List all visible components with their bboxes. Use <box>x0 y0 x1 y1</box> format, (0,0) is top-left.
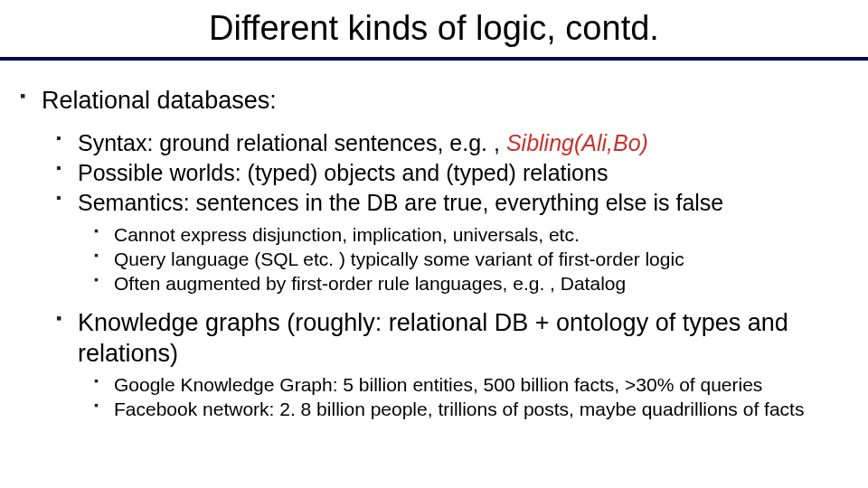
bullet-list-level2: Syntax: ground relational sentences, e.g… <box>42 129 848 296</box>
bullet-list-level3: Cannot express disjunction, implication,… <box>78 223 848 296</box>
list-item: Possible worlds: (typed) objects and (ty… <box>56 159 848 187</box>
item-text: Facebook network: 2. 8 billion people, t… <box>114 399 804 419</box>
list-item: Knowledge graphs (roughly: relational DB… <box>56 308 848 421</box>
item-text: Google Knowledge Graph: 5 billion entiti… <box>114 374 762 395</box>
item-text: Knowledge graphs (roughly: relational DB… <box>78 309 788 367</box>
list-item: Query language (SQL etc. ) typically som… <box>94 248 848 271</box>
bullet-list-level1: Relational databases: Syntax: ground rel… <box>20 86 848 421</box>
bullet-list-level3: Google Knowledge Graph: 5 billion entiti… <box>78 373 848 422</box>
item-text: Often augmented by first-order rule lang… <box>114 273 626 294</box>
item-text: Relational databases: <box>42 87 277 114</box>
list-item: Google Knowledge Graph: 5 billion entiti… <box>94 373 848 397</box>
slide: Different kinds of logic, contd. Relatio… <box>0 0 868 488</box>
item-text: Syntax: ground relational sentences, e.g… <box>78 130 506 155</box>
item-text: Semantics: sentences in the DB are true,… <box>78 190 723 215</box>
example-text: Sibling(Ali,Bo) <box>506 130 648 155</box>
list-item: Syntax: ground relational sentences, e.g… <box>56 129 848 157</box>
list-item: Cannot express disjunction, implication,… <box>94 223 848 247</box>
item-text: Query language (SQL etc. ) typically som… <box>114 249 684 269</box>
list-item: Semantics: sentences in the DB are true,… <box>56 189 848 296</box>
slide-title: Different kinds of logic, contd. <box>0 0 868 55</box>
slide-content: Relational databases: Syntax: ground rel… <box>0 61 868 421</box>
list-item: Often augmented by first-order rule lang… <box>94 272 848 296</box>
list-item: Relational databases: Syntax: ground rel… <box>20 86 848 296</box>
list-item: Facebook network: 2. 8 billion people, t… <box>94 398 848 421</box>
item-text: Cannot express disjunction, implication,… <box>114 224 580 245</box>
item-text: Possible worlds: (typed) objects and (ty… <box>78 160 608 185</box>
